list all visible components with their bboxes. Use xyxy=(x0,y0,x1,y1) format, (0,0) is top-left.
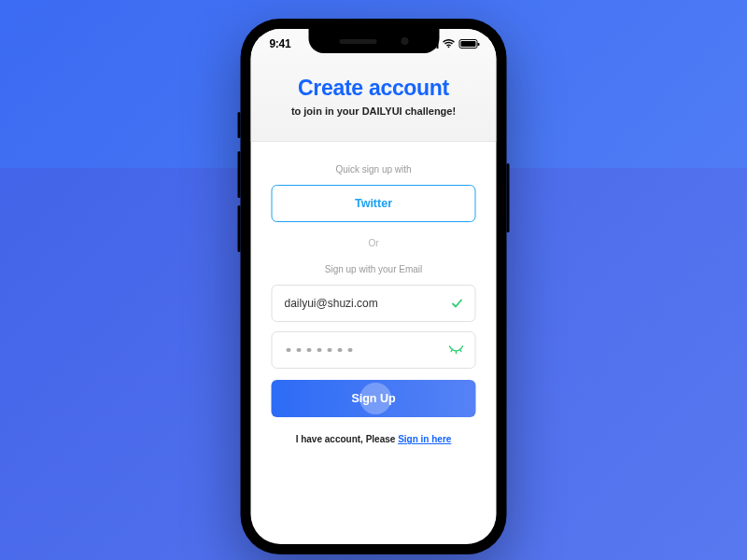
phone-screen: 9:41 Create account to join in your DAIL… xyxy=(251,29,497,544)
camera-icon xyxy=(401,37,408,45)
speaker-icon xyxy=(339,39,376,44)
page-subtitle: to join in your DAILYUI challenge! xyxy=(270,105,478,117)
password-field[interactable] xyxy=(285,348,353,353)
email-field[interactable] xyxy=(285,297,442,310)
power-button xyxy=(507,163,510,232)
password-field-wrapper xyxy=(272,331,476,369)
mute-switch xyxy=(238,112,241,138)
phone-frame: 9:41 Create account to join in your DAIL… xyxy=(241,19,507,554)
page-title: Create account xyxy=(270,76,478,101)
battery-icon xyxy=(459,39,478,49)
signin-prefix: I have account, Please xyxy=(296,434,399,444)
checkmark-icon xyxy=(451,297,464,310)
wifi-icon xyxy=(443,39,456,49)
quick-signup-label: Quick sign up with xyxy=(272,164,476,175)
signin-link[interactable]: Sign in here xyxy=(398,434,451,444)
status-time: 9:41 xyxy=(270,37,291,50)
signup-button[interactable]: Sign Up xyxy=(272,380,476,417)
touch-ripple-icon xyxy=(359,383,391,414)
divider-label: Or xyxy=(272,238,476,248)
phone-notch xyxy=(308,29,439,53)
volume-up-button xyxy=(238,151,241,198)
signup-form: Quick sign up with Twitter Or Sign up wi… xyxy=(251,142,497,444)
eye-closed-icon[interactable] xyxy=(449,345,464,355)
email-signup-label: Sign up with your Email xyxy=(272,264,476,274)
volume-down-button xyxy=(238,205,241,252)
twitter-button[interactable]: Twitter xyxy=(272,185,476,222)
twitter-button-label: Twitter xyxy=(355,197,392,210)
email-field-wrapper xyxy=(272,285,476,322)
signin-footer: I have account, Please Sign in here xyxy=(272,434,476,444)
